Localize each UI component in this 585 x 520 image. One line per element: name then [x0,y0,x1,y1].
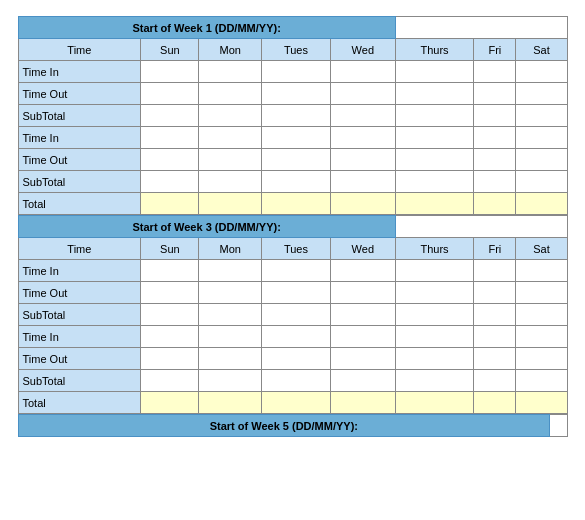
cell[interactable] [330,105,395,127]
cell-total[interactable] [262,193,331,215]
cell[interactable] [262,149,331,171]
cell[interactable] [262,127,331,149]
cell[interactable] [262,282,331,304]
cell[interactable] [330,127,395,149]
cell-total[interactable] [516,392,567,414]
cell[interactable] [474,105,516,127]
cell[interactable] [474,127,516,149]
cell[interactable] [199,370,262,392]
cell[interactable] [199,105,262,127]
cell-total[interactable] [330,392,395,414]
cell[interactable] [395,83,473,105]
cell[interactable] [141,105,199,127]
cell[interactable] [199,348,262,370]
cell[interactable] [516,61,567,83]
cell[interactable] [330,61,395,83]
cell[interactable] [199,61,262,83]
cell[interactable] [141,348,199,370]
cell-total[interactable] [395,193,473,215]
cell[interactable] [330,282,395,304]
cell[interactable] [330,326,395,348]
cell[interactable] [395,171,473,193]
cell[interactable] [141,149,199,171]
cell[interactable] [474,61,516,83]
cell[interactable] [330,348,395,370]
cell[interactable] [262,61,331,83]
cell-total[interactable] [199,193,262,215]
cell[interactable] [474,171,516,193]
cell[interactable] [516,348,567,370]
cell[interactable] [395,149,473,171]
cell-total[interactable] [141,193,199,215]
cell[interactable] [199,304,262,326]
cell-total[interactable] [199,392,262,414]
cell[interactable] [330,370,395,392]
cell-total[interactable] [330,193,395,215]
cell[interactable] [199,260,262,282]
cell[interactable] [141,326,199,348]
cell[interactable] [262,370,331,392]
cell[interactable] [199,149,262,171]
cell-total[interactable] [395,392,473,414]
cell-total[interactable] [516,193,567,215]
cell[interactable] [395,304,473,326]
cell[interactable] [516,370,567,392]
cell[interactable] [395,260,473,282]
cell[interactable] [262,260,331,282]
cell[interactable] [141,260,199,282]
cell-total[interactable] [262,392,331,414]
cell[interactable] [262,348,331,370]
cell[interactable] [516,304,567,326]
cell[interactable] [141,282,199,304]
cell[interactable] [395,326,473,348]
cell[interactable] [199,326,262,348]
week5-header: Start of Week 5 (DD/MM/YY): [18,415,550,437]
cell[interactable] [474,370,516,392]
cell[interactable] [141,83,199,105]
cell[interactable] [199,127,262,149]
cell[interactable] [474,348,516,370]
cell[interactable] [330,83,395,105]
cell[interactable] [474,83,516,105]
cell[interactable] [516,149,567,171]
cell[interactable] [262,171,331,193]
cell[interactable] [516,171,567,193]
cell[interactable] [395,282,473,304]
cell[interactable] [330,304,395,326]
cell[interactable] [474,326,516,348]
cell[interactable] [516,127,567,149]
cell[interactable] [262,83,331,105]
cell[interactable] [516,282,567,304]
cell[interactable] [199,83,262,105]
cell[interactable] [474,304,516,326]
cell-total[interactable] [474,392,516,414]
cell[interactable] [330,171,395,193]
cell[interactable] [199,282,262,304]
cell[interactable] [395,61,473,83]
cell[interactable] [395,105,473,127]
cell[interactable] [516,326,567,348]
cell[interactable] [141,127,199,149]
cell[interactable] [262,326,331,348]
cell[interactable] [262,105,331,127]
cell[interactable] [141,171,199,193]
cell[interactable] [330,260,395,282]
cell[interactable] [474,260,516,282]
cell-total[interactable] [474,193,516,215]
cell[interactable] [395,370,473,392]
cell[interactable] [262,304,331,326]
cell[interactable] [474,282,516,304]
cell[interactable] [141,61,199,83]
table-row: Time Out [18,348,567,370]
cell[interactable] [395,127,473,149]
cell[interactable] [516,260,567,282]
cell[interactable] [516,83,567,105]
cell-total[interactable] [141,392,199,414]
cell[interactable] [199,171,262,193]
cell[interactable] [516,105,567,127]
cell[interactable] [474,149,516,171]
cell[interactable] [141,304,199,326]
cell[interactable] [395,348,473,370]
cell[interactable] [141,370,199,392]
cell[interactable] [330,149,395,171]
